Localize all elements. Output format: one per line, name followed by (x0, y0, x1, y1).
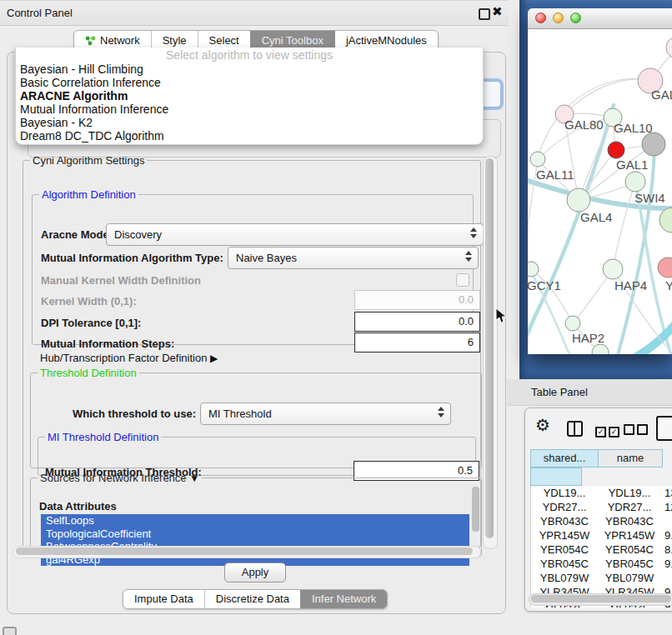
table-row[interactable]: YER054CYER054C8. (531, 542, 672, 557)
table-row[interactable]: YDR27...YDR27...12 (531, 500, 672, 514)
kernel-width-field[interactable]: 0.0 (354, 290, 480, 310)
table-cell[interactable]: 9. (661, 528, 672, 542)
column-header-name[interactable]: name (598, 449, 663, 468)
dpi-tolerance-field[interactable]: 0.0 (354, 312, 480, 332)
table-cell[interactable]: YDR27... (531, 500, 598, 514)
table-row[interactable]: YBR045CYBR045C9. (531, 557, 672, 571)
network-window-titlebar[interactable] (528, 8, 672, 29)
sources-for-network-inference-group: Sources for Network Inference ▼ Data Att… (30, 472, 482, 557)
table-cell[interactable]: YBR045C (598, 557, 661, 571)
table-cell[interactable]: YDL19... (598, 486, 661, 500)
network-edge[interactable] (528, 105, 614, 352)
settings-vertical-scrollbar[interactable] (483, 156, 498, 549)
settings-horizontal-scrollbar[interactable] (13, 546, 481, 558)
manual-kernel-width-checkbox[interactable] (456, 273, 469, 287)
stepper-arrows-icon (465, 251, 472, 262)
table-cell[interactable]: YBR045C (531, 557, 598, 571)
tab-discretize-data[interactable]: Discretize Data (204, 590, 300, 608)
horizontal-scrollbar-thumb[interactable] (16, 548, 473, 555)
table-cell[interactable] (661, 514, 672, 528)
node-gray[interactable] (642, 132, 665, 156)
table-cell[interactable]: 9. (661, 557, 672, 571)
table-cell[interactable]: YBR043C (531, 514, 598, 528)
table-cell[interactable]: YER054C (531, 542, 598, 557)
attribute-item-selfloops[interactable]: SelfLoops (41, 514, 469, 528)
node-hap4[interactable] (603, 259, 623, 279)
table-row[interactable]: YBL079WYBL079W (531, 571, 672, 585)
table-cell[interactable]: YDL19... (531, 486, 598, 500)
node-swi4[interactable] (625, 172, 645, 192)
mi-steps-field[interactable]: 6 (354, 332, 480, 352)
network-edge[interactable] (564, 79, 649, 114)
aracne-mode-value: Discovery (114, 228, 162, 241)
float-panel-icon[interactable] (479, 8, 490, 20)
algorithm-option-mutual-information-inference[interactable]: Mutual Information Inference (16, 102, 483, 116)
algorithm-option-bayesian-k2[interactable]: Bayesian - K2 (16, 116, 483, 129)
algorithm-option-aracne-algorithm[interactable]: ARACNE Algorithm (16, 89, 483, 102)
table-cell[interactable]: YPR145W (598, 528, 661, 542)
table-scrollbar-thumb[interactable] (531, 595, 671, 602)
table-cell[interactable]: YBL079W (531, 571, 598, 585)
algorithm-definition-legend: Algorithm Definition (39, 188, 138, 201)
columns-icon[interactable] (567, 421, 583, 437)
collapse-triangle-icon[interactable]: ▼ (189, 472, 199, 484)
node-table: shared...name YDL19...YDL19...13YDR27...… (530, 449, 672, 608)
table-cell[interactable]: YBL079W (598, 571, 661, 585)
node-red[interactable] (608, 142, 624, 158)
gear-icon[interactable]: ⚙ (535, 415, 550, 435)
table-horizontal-scrollbar[interactable] (529, 593, 672, 606)
mi-algorithm-type-combobox[interactable]: Naive Bayes (228, 247, 479, 269)
network-edge[interactable] (613, 183, 634, 269)
document-icon[interactable] (656, 416, 672, 441)
attributes-list-scrollbar[interactable] (472, 487, 479, 532)
node-top-partial[interactable] (666, 37, 672, 58)
algorithm-dropdown-prompt: Select algorithm to view settings (16, 48, 483, 62)
network-graph[interactable]: GALGAL80GAL10GAL1GAL11SWI4GAL4GCY1HAP4YH… (528, 28, 672, 354)
node-hap2[interactable] (565, 316, 580, 331)
table-row[interactable]: YBR043CYBR043C (531, 514, 672, 528)
which-threshold-combobox[interactable]: MI Threshold (200, 402, 451, 425)
attribute-item-topologicalcoefficient[interactable]: TopologicalCoefficient (41, 528, 469, 541)
algorithm-option-basic-correlation-inference[interactable]: Basic Correlation Inference (16, 76, 483, 89)
aracne-mode-combobox[interactable]: Discovery (106, 223, 484, 246)
table-row[interactable]: YPR145WYPR145W9. (531, 528, 672, 542)
node-gal4[interactable] (567, 188, 590, 212)
node-bottom[interactable] (592, 344, 609, 354)
node-right-green[interactable] (659, 208, 672, 232)
table-cell[interactable]: 13 (661, 486, 672, 500)
table-row[interactable]: YDL19...YDL19...13 (531, 486, 672, 500)
node-label-gal80: GAL80 (564, 118, 604, 132)
node-label-hap4: HAP4 (614, 278, 647, 292)
table-cell[interactable]: YBR043C (598, 514, 661, 528)
tab-label: Discretize Data (216, 590, 289, 608)
vertical-scrollbar-thumb[interactable] (485, 158, 494, 538)
node-gcy1[interactable] (528, 262, 539, 277)
hub-transcription-factor-section[interactable]: Hub/Transcription Factor Definition ▶ (40, 352, 218, 364)
table-body: YDL19...YDL19...13YDR27...YDR27...12YBR0… (530, 486, 672, 608)
node-left-small[interactable] (530, 152, 545, 167)
close-button[interactable] (535, 12, 546, 23)
select-all-icon[interactable]: ✓✓ (595, 424, 622, 438)
tab-impute-data[interactable]: Impute Data (123, 590, 204, 608)
table-cell[interactable]: YDR27... (598, 500, 661, 514)
tab-infer-network[interactable]: Infer Network (300, 590, 387, 608)
column-header-col-2[interactable] (530, 468, 582, 486)
column-header-shared[interactable]: shared... (530, 449, 599, 468)
deselect-all-icon[interactable] (624, 424, 650, 438)
table-cell[interactable]: 12 (661, 500, 672, 514)
close-icon[interactable]: ✖ (492, 4, 503, 19)
network-view-window: GALGAL80GAL10GAL1GAL11SWI4GAL4GCY1HAP4YH… (528, 8, 672, 354)
network-edge[interactable] (574, 270, 613, 322)
table-cell[interactable]: YER054C (598, 542, 661, 557)
table-cell[interactable] (661, 571, 672, 585)
algorithm-option-bayesian-hill-climbing[interactable]: Bayesian - Hill Climbing (16, 62, 483, 76)
table-cell[interactable]: YPR145W (531, 528, 598, 542)
table-cell[interactable]: 8. (661, 542, 672, 557)
stepper-arrows-icon (438, 407, 444, 418)
algorithm-option-dream8-dc-tdc-algorithm[interactable]: Dream8 DC_TDC Algorithm (16, 129, 483, 142)
zoom-button[interactable] (570, 12, 581, 23)
apply-button[interactable]: Apply (224, 562, 286, 582)
minimize-button[interactable] (553, 12, 564, 23)
expand-triangle-icon[interactable]: ▶ (210, 352, 218, 364)
node-pink-right[interactable] (658, 258, 672, 278)
